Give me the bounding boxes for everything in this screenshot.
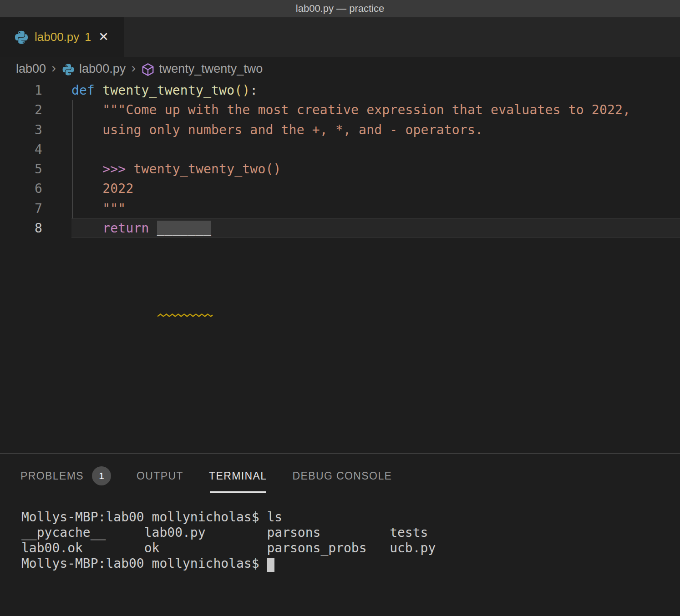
code-line[interactable]: 3 using only numbers and the +, *, and -…: [0, 120, 680, 140]
panel-tab-label: DEBUG CONSOLE: [292, 470, 392, 482]
line-number: 4: [0, 140, 43, 159]
code-text: 2022: [43, 179, 133, 198]
code-editor[interactable]: 1def twenty_twenty_two():2 """Come up wi…: [0, 81, 680, 453]
code-segment: (): [234, 83, 250, 98]
code-segment: return: [102, 221, 149, 236]
line-number: 1: [0, 81, 43, 100]
tab-bar: lab00.py 1 ✕: [0, 17, 680, 57]
panel-tab-bar: PROBLEMS1OUTPUTTERMINALDEBUG CONSOLE: [20, 463, 392, 489]
line-number: 6: [0, 179, 43, 198]
code-line[interactable]: 7 """: [0, 199, 680, 218]
panel-tab-output[interactable]: OUTPUT: [137, 463, 183, 489]
code-segment: twenty_twenty_two(): [126, 162, 281, 177]
terminal-line: lab00.ok ok parsons_probs ucb.py: [21, 540, 436, 556]
code-segment: [149, 221, 157, 236]
problems-count-badge: 1: [92, 466, 111, 485]
code-segment: twenty_twenty_two: [102, 83, 234, 98]
tab-problem-count: 1: [85, 30, 91, 44]
code-segment: :: [250, 83, 258, 98]
warning-squiggle: [157, 313, 213, 318]
code-text: [43, 140, 71, 159]
chevron-right-icon: ›: [131, 61, 136, 75]
panel-tab-problems[interactable]: PROBLEMS1: [20, 463, 111, 489]
code-text: >>> twenty_twenty_two(): [43, 159, 281, 179]
code-segment: """: [71, 201, 126, 216]
terminal[interactable]: Mollys-MBP:lab00 mollynicholas$ ls__pyca…: [21, 510, 436, 571]
code-line[interactable]: 2 """Come up with the most creative expr…: [0, 100, 680, 120]
python-icon: [14, 30, 29, 45]
code-segment: [71, 162, 102, 177]
window-title: lab00.py — practice: [296, 3, 384, 15]
panel-tab-label: OUTPUT: [137, 470, 183, 482]
panel-tab-debug-console[interactable]: DEBUG CONSOLE: [292, 463, 392, 489]
code-segment: [95, 83, 102, 98]
breadcrumb-file[interactable]: lab00.py: [79, 62, 126, 76]
code-line[interactable]: 8 return _______: [0, 218, 680, 238]
breadcrumb-folder[interactable]: lab00: [16, 62, 46, 76]
tab-filename: lab00.py: [35, 30, 79, 44]
line-number: 2: [0, 100, 43, 120]
line-number: 7: [0, 199, 43, 218]
terminal-cursor: [267, 558, 274, 572]
python-icon: [61, 63, 75, 76]
code-segment: [71, 221, 102, 236]
chevron-right-icon: ›: [51, 61, 56, 75]
symbol-method-cube-icon: [141, 63, 155, 76]
code-lines: 1def twenty_twenty_two():2 """Come up wi…: [0, 81, 680, 238]
breadcrumb-symbol[interactable]: twenty_twenty_two: [159, 62, 263, 76]
code-line[interactable]: 1def twenty_twenty_two():: [0, 81, 680, 100]
vscode-window: lab00.py — practice lab00.py 1 ✕ lab00 ›…: [0, 0, 680, 616]
code-segment: using only numbers and the +, *, and - o…: [71, 122, 483, 137]
code-text: """Come up with the most creative expres…: [43, 100, 630, 120]
bottom-panel: PROBLEMS1OUTPUTTERMINALDEBUG CONSOLE Mol…: [0, 454, 680, 616]
code-text: """: [43, 199, 126, 218]
close-icon[interactable]: ✕: [98, 31, 109, 43]
line-number: 5: [0, 159, 43, 179]
code-text: return _______: [43, 218, 211, 238]
code-segment: def: [71, 83, 95, 98]
selected-blank-placeholder: _______: [157, 221, 211, 236]
code-text: using only numbers and the +, *, and - o…: [43, 120, 483, 140]
breadcrumb: lab00 › lab00.py › twenty_twenty_two: [0, 57, 680, 81]
title-bar: lab00.py — practice: [0, 0, 680, 17]
terminal-line: __pycache__ lab00.py parsons tests: [21, 525, 436, 540]
panel-tab-label: PROBLEMS: [20, 470, 84, 482]
panel-tab-terminal[interactable]: TERMINAL: [209, 463, 267, 489]
code-line[interactable]: 5 >>> twenty_twenty_two(): [0, 159, 680, 179]
terminal-line: Mollys-MBP:lab00 mollynicholas$ ls: [21, 510, 436, 525]
code-segment: 2022: [71, 181, 133, 196]
terminal-line: Mollys-MBP:lab00 mollynicholas$: [21, 556, 436, 571]
code-line[interactable]: 4: [0, 140, 680, 159]
code-segment: >>>: [102, 162, 126, 177]
tab-lab00py[interactable]: lab00.py 1 ✕: [0, 17, 124, 57]
code-text: def twenty_twenty_two():: [43, 81, 258, 100]
code-segment: """Come up with the most creative expres…: [71, 102, 630, 117]
line-number: 3: [0, 120, 43, 140]
panel-tab-label: TERMINAL: [209, 470, 267, 482]
line-number: 8: [0, 218, 43, 238]
code-line[interactable]: 6 2022: [0, 179, 680, 198]
